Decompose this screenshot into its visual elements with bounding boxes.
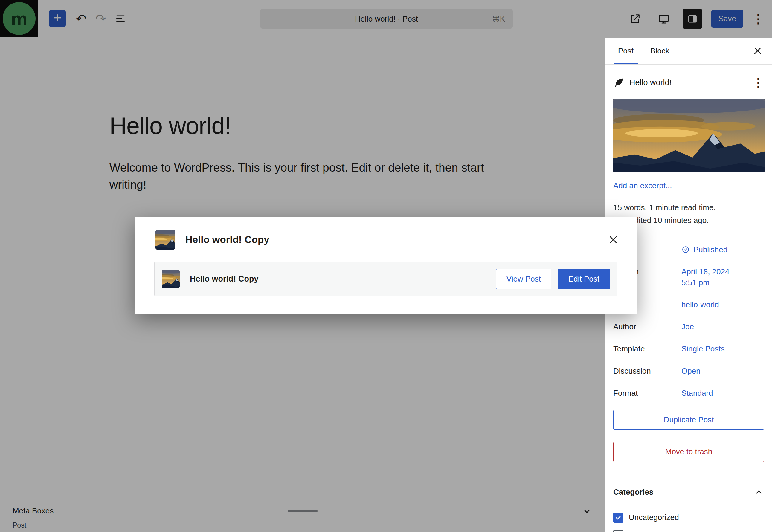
mountain-photo bbox=[613, 99, 765, 172]
duplicate-post-button[interactable]: Duplicate Post bbox=[613, 410, 764, 430]
site-logo-button[interactable]: m bbox=[0, 0, 38, 37]
category-item: Uncategorized bbox=[613, 513, 764, 523]
modal-title: Hello world! Copy bbox=[185, 234, 269, 245]
topbar-actions: Save ⋮ bbox=[625, 0, 764, 37]
view-post-button[interactable] bbox=[625, 9, 645, 29]
word-count: 15 words, 1 minute read time. bbox=[613, 201, 764, 214]
kebab-icon: ⋮ bbox=[752, 76, 764, 89]
check-circle-icon bbox=[681, 245, 690, 254]
post-card-menu-button[interactable]: ⋮ bbox=[752, 77, 764, 88]
external-link-icon bbox=[629, 13, 641, 25]
format-button[interactable]: Standard bbox=[681, 388, 713, 398]
modal-actions: View Post Edit Post bbox=[496, 269, 610, 289]
post-quill-icon bbox=[613, 77, 624, 88]
check-icon bbox=[615, 514, 622, 521]
chevron-down-icon bbox=[581, 505, 593, 517]
plus-icon: + bbox=[53, 11, 62, 25]
post-thumbnail bbox=[155, 230, 175, 250]
document-title: Hello world! · Post bbox=[260, 9, 513, 29]
mountain-photo bbox=[155, 230, 175, 250]
template-button[interactable]: Single Posts bbox=[681, 343, 725, 354]
settings-sidebar-toggle[interactable] bbox=[683, 9, 702, 29]
options-menu-button[interactable]: ⋮ bbox=[752, 13, 764, 25]
undo-button[interactable]: ↶ bbox=[71, 9, 91, 28]
author-button[interactable]: Joe bbox=[681, 321, 694, 332]
post-thumbnail bbox=[162, 270, 180, 288]
post-paragraph[interactable]: Welcome to WordPress. This is your first… bbox=[109, 159, 498, 193]
modal-header: Hello world! Copy bbox=[134, 217, 637, 250]
duplicate-post-modal: Hello world! Copy Hello world! Copy View… bbox=[134, 217, 637, 314]
move-to-trash-button[interactable]: Move to trash bbox=[613, 442, 764, 462]
editor-topbar: m + ↶ ↷ Hello world! · Post ⌘K bbox=[0, 0, 772, 37]
kebab-icon: ⋮ bbox=[752, 12, 764, 25]
view-post-button[interactable]: View Post bbox=[496, 269, 551, 289]
row-template: Template Single Posts bbox=[613, 343, 764, 354]
document-overview-button[interactable] bbox=[111, 9, 130, 28]
category-label: Uncategorized bbox=[629, 513, 679, 522]
categories-title: Categories bbox=[613, 487, 653, 497]
preview-button[interactable] bbox=[654, 9, 674, 29]
mountain-photo bbox=[162, 270, 180, 288]
list-view-icon bbox=[114, 12, 127, 25]
category-item bbox=[613, 530, 764, 532]
meta-boxes-label: Meta Boxes bbox=[13, 506, 53, 516]
category-checkbox-uncategorized[interactable] bbox=[613, 513, 623, 523]
status-value-button[interactable]: Published bbox=[681, 244, 727, 255]
close-icon bbox=[752, 45, 763, 56]
command-palette[interactable]: Hello world! · Post ⌘K bbox=[260, 9, 513, 29]
site-icon: m bbox=[3, 2, 36, 35]
desktop-icon bbox=[658, 13, 670, 25]
row-label: Discussion bbox=[613, 366, 681, 376]
redo-button[interactable]: ↷ bbox=[91, 9, 111, 28]
post-title[interactable]: Hello world! bbox=[109, 112, 231, 140]
add-excerpt-link[interactable]: Add an excerpt... bbox=[613, 181, 672, 190]
featured-image[interactable] bbox=[613, 99, 765, 172]
edit-post-button[interactable]: Edit Post bbox=[558, 269, 610, 289]
categories-panel: Categories Uncategorized bbox=[606, 477, 772, 532]
post-card-title: Hello world! bbox=[629, 78, 672, 87]
close-icon bbox=[607, 234, 619, 246]
row-label: Template bbox=[613, 343, 681, 354]
status-value: Published bbox=[693, 244, 727, 255]
tab-block[interactable]: Block bbox=[642, 37, 678, 64]
sidebar-panel-icon bbox=[687, 13, 698, 24]
undo-icon: ↶ bbox=[76, 11, 86, 26]
duplicated-post-row: Hello world! Copy View Post Edit Post bbox=[154, 262, 617, 296]
modal-close-button[interactable] bbox=[605, 231, 622, 248]
discussion-button[interactable]: Open bbox=[681, 366, 701, 376]
row-label: Format bbox=[613, 388, 681, 398]
chevron-up-icon bbox=[753, 487, 764, 498]
block-inserter-button[interactable]: + bbox=[49, 10, 66, 27]
row-format: Format Standard bbox=[613, 388, 764, 398]
document-breadcrumb-bar: Post bbox=[0, 518, 605, 532]
slug-button[interactable]: hello-world bbox=[681, 299, 719, 310]
meta-boxes-panel[interactable]: Meta Boxes bbox=[0, 504, 605, 518]
breadcrumb[interactable]: Post bbox=[13, 521, 26, 529]
close-sidebar-button[interactable] bbox=[749, 42, 767, 60]
row-discussion: Discussion Open bbox=[613, 366, 764, 376]
post-summary-card: Hello world! ⋮ bbox=[613, 77, 764, 88]
save-button[interactable]: Save bbox=[711, 10, 743, 28]
row-label: Author bbox=[613, 321, 681, 332]
publish-date-button[interactable]: April 18, 2024 5:51 pm bbox=[681, 266, 738, 288]
metabox-resize-handle[interactable] bbox=[288, 510, 317, 512]
duplicated-post-title: Hello world! Copy bbox=[190, 274, 259, 284]
tab-post[interactable]: Post bbox=[610, 37, 642, 64]
category-checkbox[interactable] bbox=[613, 530, 623, 532]
command-shortcut: ⌘K bbox=[492, 9, 505, 29]
metabox-expand-button[interactable] bbox=[581, 505, 593, 517]
sidebar-tabs: Post Block bbox=[606, 37, 772, 65]
row-author: Author Joe bbox=[613, 321, 764, 332]
categories-panel-toggle[interactable]: Categories bbox=[613, 477, 764, 505]
redo-icon: ↷ bbox=[95, 11, 106, 26]
